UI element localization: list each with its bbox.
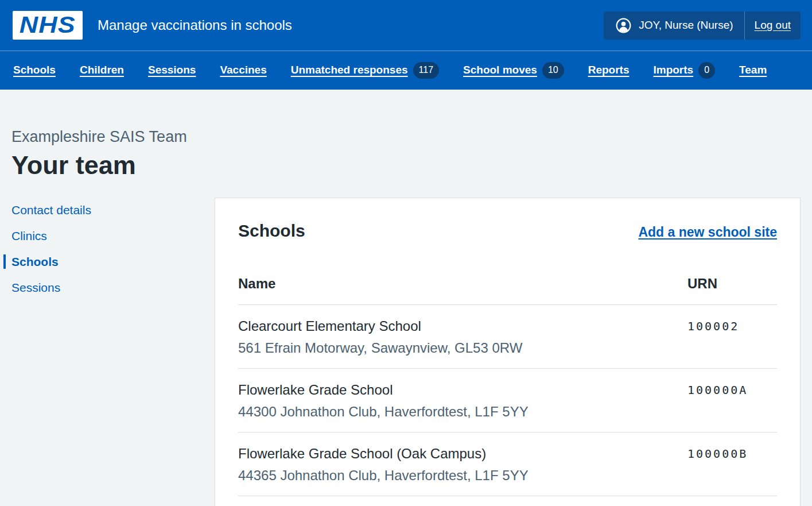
card-head: Schools Add a new school site xyxy=(238,221,777,241)
nav-link-unmatched-responses[interactable]: Unmatched responses xyxy=(291,64,408,76)
side-nav-item-contact-details: Contact details xyxy=(3,203,215,217)
account-chip: JOY, Nurse (Nurse) Log out xyxy=(604,11,801,40)
school-urn-cell: 100000B xyxy=(687,432,777,496)
school-name-cell: Flowerlake Grade School (Oak Campus)4436… xyxy=(238,432,687,496)
count-badge-school-moves: 10 xyxy=(542,62,564,79)
nav-link-team[interactable]: Team xyxy=(739,64,767,76)
school-name-cell: Flowerlake Grade School44300 Johnathon C… xyxy=(238,369,687,432)
school-name: Flowerlake Grade School xyxy=(238,383,687,397)
table-header-row: Name URN xyxy=(238,276,777,305)
page-caption: Exampleshire SAIS Team xyxy=(11,90,801,146)
nav-item-school-moves: School moves10 xyxy=(463,62,564,79)
side-nav-link-contact-details[interactable]: Contact details xyxy=(11,203,91,217)
school-name: Clearcourt Elementary School xyxy=(238,319,687,334)
side-nav-item-sessions: Sessions xyxy=(3,280,215,295)
school-address: 561 Efrain Motorway, Sawaynview, GL53 0R… xyxy=(238,341,687,356)
school-urn: 100000B xyxy=(687,447,748,461)
nav-item-schools: Schools xyxy=(13,64,56,76)
side-nav-item-clinics: Clinics xyxy=(3,229,215,243)
school-urn-cell: 100002 xyxy=(687,305,777,369)
column-header-urn: URN xyxy=(687,276,777,305)
page-title: Your team xyxy=(11,150,801,180)
school-row: Clearcourt Elementary School561 Efrain M… xyxy=(238,305,777,369)
primary-nav: SchoolsChildrenSessionsVaccinesUnmatched… xyxy=(0,51,812,90)
column-header-name: Name xyxy=(238,276,687,305)
schools-card: Schools Add a new school site Name URN C… xyxy=(215,198,801,506)
schools-table: Name URN Clearcourt Elementary School561… xyxy=(238,276,777,496)
nav-link-sessions[interactable]: Sessions xyxy=(148,64,196,76)
side-nav-item-schools: Schools xyxy=(3,254,215,269)
user-icon xyxy=(616,18,631,33)
header-top: NHS Manage vaccinations in schools JOY, … xyxy=(0,0,812,51)
side-nav-link-sessions[interactable]: Sessions xyxy=(11,281,60,294)
nav-link-reports[interactable]: Reports xyxy=(588,64,630,76)
school-row: Flowerlake Grade School (Oak Campus)4436… xyxy=(238,432,777,496)
count-badge-imports: 0 xyxy=(698,62,715,79)
side-nav-link-schools[interactable]: Schools xyxy=(11,255,59,268)
school-address: 44365 Johnathon Club, Haverfordtest, L1F… xyxy=(238,468,687,483)
nav-item-unmatched-responses: Unmatched responses117 xyxy=(291,62,439,79)
app-header: NHS Manage vaccinations in schools JOY, … xyxy=(0,0,812,90)
nav-link-imports[interactable]: Imports xyxy=(653,64,693,76)
school-row: Flowerlake Grade School44300 Johnathon C… xyxy=(238,369,777,432)
nav-item-team: Team xyxy=(739,64,767,76)
logout-link[interactable]: Log out xyxy=(745,11,801,40)
nav-item-vaccines: Vaccines xyxy=(220,64,266,76)
school-urn: 100000A xyxy=(687,383,748,397)
school-address: 44300 Johnathon Club, Haverfordtest, L1F… xyxy=(238,404,687,419)
side-nav: Contact detailsClinicsSchoolsSessions xyxy=(11,198,215,506)
nav-link-schools[interactable]: Schools xyxy=(13,64,56,76)
nav-item-imports: Imports0 xyxy=(653,62,715,79)
school-name: Flowerlake Grade School (Oak Campus) xyxy=(238,446,687,461)
layout: Contact detailsClinicsSchoolsSessions Sc… xyxy=(11,198,801,506)
nav-link-school-moves[interactable]: School moves xyxy=(463,64,537,76)
card-title: Schools xyxy=(238,221,305,241)
service-name[interactable]: Manage vaccinations in schools xyxy=(98,17,292,33)
school-urn: 100002 xyxy=(687,319,739,333)
nav-link-vaccines[interactable]: Vaccines xyxy=(220,64,266,76)
main-content: Exampleshire SAIS Team Your team Contact… xyxy=(0,90,812,506)
nhs-logo[interactable]: NHS xyxy=(13,11,83,40)
nav-link-children[interactable]: Children xyxy=(80,64,124,76)
side-nav-list: Contact detailsClinicsSchoolsSessions xyxy=(3,203,215,295)
account-user: JOY, Nurse (Nurse) xyxy=(604,11,744,40)
side-nav-link-clinics[interactable]: Clinics xyxy=(11,229,47,242)
nav-item-reports: Reports xyxy=(588,64,630,76)
nhs-logo-text: NHS xyxy=(20,12,76,38)
account-user-label: JOY, Nurse (Nurse) xyxy=(639,19,733,32)
school-urn-cell: 100000A xyxy=(687,369,777,432)
schools-table-body: Clearcourt Elementary School561 Efrain M… xyxy=(238,305,777,496)
add-school-site-link[interactable]: Add a new school site xyxy=(638,225,777,240)
school-name-cell: Clearcourt Elementary School561 Efrain M… xyxy=(238,305,687,369)
nav-item-sessions: Sessions xyxy=(148,64,196,76)
primary-nav-list: SchoolsChildrenSessionsVaccinesUnmatched… xyxy=(13,62,767,79)
nav-item-children: Children xyxy=(80,64,124,76)
count-badge-unmatched-responses: 117 xyxy=(413,62,440,79)
